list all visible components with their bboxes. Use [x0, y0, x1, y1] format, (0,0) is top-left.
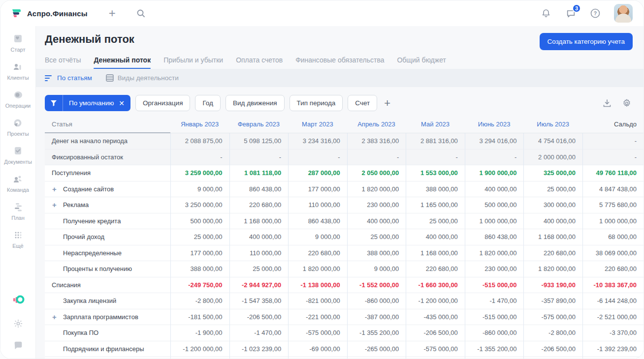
sidebar-item-documents[interactable]: Документы: [4, 145, 32, 165]
saldo-cell: 1 000 000,00: [582, 213, 644, 230]
app-name: Аспро.Финансы: [27, 9, 88, 18]
value-cell: 1 168 000,00: [406, 245, 465, 262]
column-header-month-6[interactable]: Июнь 2023: [465, 116, 524, 133]
tab-cash-flow[interactable]: Денежный поток: [94, 56, 151, 69]
filter-row: По умолчанию ✕ Организация Год Вид движе…: [36, 87, 644, 116]
sidebar-item-start[interactable]: Старт: [11, 33, 26, 53]
table-row: Проценты к получению388 000,0025 000,001…: [45, 261, 644, 277]
subtab-activity-types[interactable]: Виды деятельности: [106, 74, 179, 82]
tab-profit-loss[interactable]: Прибыли и убытки: [163, 56, 223, 69]
sidebar-item-plan[interactable]: План: [11, 201, 25, 221]
brand: Аспро.Финансы: [10, 7, 88, 19]
expand-row-icon[interactable]: +: [52, 313, 57, 321]
settings-gear-icon[interactable]: [12, 318, 24, 329]
value-cell: 230 000,00: [465, 261, 524, 277]
value-cell: -515 000,00: [465, 277, 524, 294]
value-cell: 500 000,00: [170, 213, 229, 230]
value-cell: -1 138 000,00: [288, 277, 347, 294]
bottom-brand-icon[interactable]: [12, 295, 25, 307]
table-row: Поступления3 259 000,001 081 118,00287 0…: [45, 165, 644, 181]
value-cell: 1 165 000,00: [406, 197, 465, 213]
create-category-button[interactable]: Создать категорию учета: [540, 33, 633, 50]
value-cell: -265 000,00: [347, 341, 406, 358]
value-cell: -860 000,00: [347, 357, 406, 359]
filter-chip-account[interactable]: Счет: [348, 95, 377, 111]
value-cell: 860 438,00: [229, 181, 289, 198]
value-cell: -2 800,00: [170, 293, 229, 309]
value-cell: 25 000,00: [523, 181, 582, 198]
row-label[interactable]: +Зарплата программистов: [45, 357, 170, 359]
column-header-month-4[interactable]: Апрель 2023: [347, 116, 406, 133]
tab-financial-obligations[interactable]: Финансовые обязательства: [295, 56, 384, 69]
column-header-month-3[interactable]: Март 2023: [288, 116, 347, 133]
value-cell: 110 000,00: [288, 197, 347, 213]
column-header-month-7[interactable]: Июль 2023: [523, 116, 582, 133]
value-cell: -1 200 000,00: [170, 341, 229, 358]
app-window: Аспро.Финансы + 3: [0, 0, 644, 359]
value-cell: -933 190,00: [523, 277, 582, 294]
active-filter-pill[interactable]: По умолчанию ✕: [45, 95, 130, 111]
notifications-bell-icon[interactable]: [540, 7, 552, 19]
value-cell: 860 438,00: [465, 229, 524, 245]
row-label[interactable]: +Зарплата программистов: [45, 309, 170, 326]
expand-row-icon[interactable]: +: [52, 201, 57, 209]
tab-invoice-payment[interactable]: Оплата счетов: [236, 56, 283, 69]
sidebar-item-projects[interactable]: Проекты: [7, 117, 29, 137]
value-cell: -: [170, 150, 229, 166]
value-cell: 9 000,00: [288, 229, 347, 245]
expand-row-icon[interactable]: +: [52, 185, 57, 193]
row-label[interactable]: Покупка ПО: [45, 325, 170, 341]
filter-chip-organization[interactable]: Организация: [135, 95, 190, 111]
saldo-cell: 4 847 438,00: [582, 181, 644, 198]
filter-chip-movement-type[interactable]: Вид движения: [225, 95, 285, 111]
subtab-label: Виды деятельности: [118, 74, 179, 82]
add-filter-icon[interactable]: +: [382, 97, 392, 110]
sidebar-item-label: Операции: [5, 103, 31, 109]
sidebar-item-team[interactable]: Команда: [7, 173, 29, 193]
row-label[interactable]: Нераспределенные: [45, 245, 170, 262]
clear-filter-icon[interactable]: ✕: [118, 99, 130, 107]
support-chat-icon[interactable]: [12, 340, 24, 352]
value-cell: 2 088 875,00: [170, 133, 229, 150]
value-cell: 325 000,00: [523, 165, 582, 181]
row-label[interactable]: +Реклама: [45, 197, 170, 213]
row-label[interactable]: Списания: [45, 277, 170, 294]
value-cell: 388 000,00: [170, 261, 229, 277]
clients-icon: [12, 61, 24, 73]
add-icon[interactable]: +: [106, 7, 118, 19]
download-icon[interactable]: [601, 97, 613, 109]
row-label[interactable]: Проценты к получению: [45, 261, 170, 277]
help-icon[interactable]: ?: [589, 7, 601, 19]
filter-chip-period-type[interactable]: Тип периода: [290, 95, 343, 111]
value-cell: -1 900,00: [170, 325, 229, 341]
column-header-month-5[interactable]: Май 2023: [406, 116, 465, 133]
row-label[interactable]: Закупка лицензий: [45, 293, 170, 309]
sidebar-item-more[interactable]: Ещё: [12, 229, 24, 249]
row-label[interactable]: +Создание сайтов: [45, 181, 170, 198]
value-cell: -206 500,00: [406, 325, 465, 341]
value-cell: 287 000,00: [288, 165, 347, 181]
value-cell: 1 820 000,00: [465, 245, 524, 262]
subtab-by-articles[interactable]: По статьям: [45, 74, 92, 82]
sidebar-item-operations[interactable]: Операции: [5, 89, 31, 109]
table-row: Подрядчики и фрилансеры-1 200 000,00-1 0…: [45, 341, 644, 358]
filter-chip-year[interactable]: Год: [195, 95, 221, 111]
chat-icon[interactable]: 3: [565, 7, 577, 19]
search-icon[interactable]: [135, 7, 147, 19]
saldo-cell: -6 144 248,00: [582, 357, 644, 359]
column-header-month-2[interactable]: Февраль 2023: [229, 116, 289, 133]
tab-general-budget[interactable]: Общий бюджет: [397, 56, 446, 69]
table-settings-gear-icon[interactable]: [621, 97, 633, 109]
avatar[interactable]: [614, 4, 633, 23]
saldo-cell: 38 069 000,00: [582, 245, 644, 262]
tab-all-reports[interactable]: Все отчёты: [45, 56, 81, 69]
team-icon: [12, 173, 24, 185]
column-header-month-1[interactable]: Январь 2023: [170, 116, 229, 133]
table-row: +Реклама3 250 000,00220 680,00110 000,00…: [45, 197, 644, 213]
row-label[interactable]: Поступления: [45, 165, 170, 181]
row-label[interactable]: Подрядчики и фрилансеры: [45, 341, 170, 358]
sidebar-item-clients[interactable]: Клиенты: [7, 61, 29, 81]
row-label[interactable]: Получение кредита: [45, 213, 170, 230]
row-label[interactable]: Прочий доход: [45, 229, 170, 245]
table-row: Нераспределенные177 000,00110 000,00220 …: [45, 245, 644, 262]
